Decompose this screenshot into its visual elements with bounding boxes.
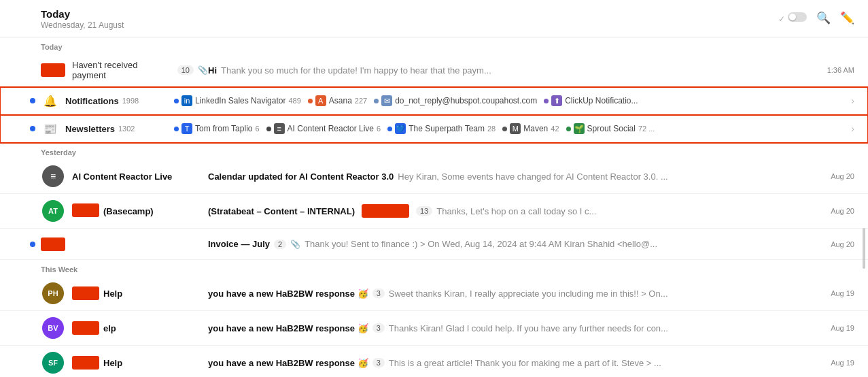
email-content: Invoice — July 2 📎 Thank you! Sent to fi… bbox=[208, 239, 807, 249]
header-actions: ✓ 🔍 ✏️ bbox=[778, 8, 854, 25]
email-row[interactable]: PH Help you have a new HaB2BW response 🥳… bbox=[0, 276, 868, 311]
email-row[interactable]: Haven't received payment 10 📎 Hi Thank y… bbox=[0, 54, 868, 87]
chip-maven: M Maven 42 bbox=[502, 123, 559, 134]
chip-count-aicontent: 6 bbox=[377, 125, 381, 133]
chip-dot-asana bbox=[308, 99, 313, 103]
chip-label-superpath: The Superpath Team bbox=[409, 124, 485, 133]
count-badge: 13 bbox=[416, 206, 432, 216]
redacted-block bbox=[72, 286, 99, 300]
avatar: SF bbox=[41, 352, 65, 374]
count-badge: 2 bbox=[274, 240, 286, 249]
redacted-block bbox=[72, 356, 99, 370]
email-row[interactable]: ≡ AI Content Reactor Live Calendar updat… bbox=[0, 159, 868, 194]
email-preview: Sweet thanks Kiran, I really appreciate … bbox=[389, 289, 668, 299]
avatar bbox=[41, 237, 65, 251]
chip-taplio: T Tom from Taplio 6 bbox=[174, 123, 260, 134]
email-preview: Thank you so much for the update! I'm ha… bbox=[221, 65, 491, 76]
sender: Help bbox=[72, 286, 208, 300]
email-subject: Hi bbox=[208, 65, 217, 76]
unread-indicator bbox=[30, 98, 35, 103]
page-subtitle: Wednesday, 21 August bbox=[41, 20, 124, 30]
scrollbar[interactable] bbox=[863, 228, 865, 269]
paperclip-icon: 📎 bbox=[198, 65, 208, 75]
chip-superpath: 💙 The Superpath Team 28 bbox=[387, 123, 496, 134]
email-subject: you have a new HaB2BW response 🥳 bbox=[208, 358, 368, 368]
count-badge: 3 bbox=[372, 323, 385, 333]
chip-count-linkedin: 489 bbox=[288, 97, 300, 105]
avatar-circle: BV bbox=[42, 317, 64, 339]
asana-icon: A bbox=[315, 95, 326, 106]
avatar: PH bbox=[41, 282, 65, 304]
avatar-circle: ≡ bbox=[42, 165, 64, 187]
email-time: Aug 20 bbox=[807, 207, 854, 215]
header-left: Today Wednesday, 21 August bbox=[41, 8, 124, 30]
app-container: Today Wednesday, 21 August ✓ 🔍 ✏️ Today … bbox=[0, 0, 868, 377]
maven-icon: M bbox=[510, 123, 521, 134]
chip-label-sprout: Sprout Social bbox=[587, 124, 636, 133]
section-yesterday: Yesterday bbox=[0, 143, 868, 159]
email-time: Aug 19 bbox=[807, 289, 854, 297]
email-time: Aug 20 bbox=[807, 172, 854, 180]
search-icon[interactable]: 🔍 bbox=[816, 11, 831, 25]
notifications-group-row[interactable]: 🔔 Notifications 1998 in LinkedIn Sales N… bbox=[0, 87, 868, 115]
sender: Help bbox=[72, 356, 208, 370]
chip-dot-aicontent bbox=[266, 127, 271, 131]
redacted-avatar bbox=[41, 237, 65, 251]
chip-label-taplio: Tom from Taplio bbox=[195, 124, 252, 133]
unread-indicator bbox=[30, 126, 35, 131]
newsletters-group-row[interactable]: 📰 Newsletters 1302 T Tom from Taplio 6 ≡… bbox=[0, 115, 868, 143]
sender-suffix: Help bbox=[103, 358, 122, 368]
sender: (Basecamp) bbox=[72, 203, 208, 219]
sender-suffix: Help bbox=[103, 289, 122, 299]
compose-icon[interactable]: ✏️ bbox=[840, 11, 854, 25]
superpath-icon: 💙 bbox=[395, 123, 406, 134]
email-row[interactable]: SF Help you have a new HaB2BW response 🥳… bbox=[0, 346, 868, 377]
email-content: Hi Thank you so much for the update! I'm… bbox=[208, 65, 807, 76]
chip-count-asana: 227 bbox=[355, 97, 367, 105]
chip-dot-hubspot bbox=[374, 99, 379, 103]
email-row[interactable]: BV elp you have a new HaB2BW response 🥳 … bbox=[0, 311, 868, 346]
sender-suffix: elp bbox=[103, 323, 116, 333]
chip-linkedin: in LinkedIn Sales Navigator 489 bbox=[174, 95, 301, 106]
chevron-right-icon: › bbox=[851, 95, 854, 106]
email-preview: Thanks Kiran! Glad I could help. If you … bbox=[389, 323, 668, 333]
redacted-block bbox=[362, 204, 409, 218]
email-row[interactable]: AT (Basecamp) (Stratabeat – Content – IN… bbox=[0, 194, 868, 229]
email-preview: Thanks, Let's hop on a call today so I c… bbox=[436, 206, 596, 216]
count-badge: 3 bbox=[372, 289, 385, 298]
avatar-circle: SF bbox=[42, 352, 64, 374]
hubspot-icon: ✉ bbox=[381, 95, 392, 106]
count-badge: 10 bbox=[177, 65, 194, 75]
email-time: Aug 20 bbox=[807, 240, 854, 248]
email-list: Today Haven't received payment 10 📎 Hi T… bbox=[0, 37, 868, 377]
toggle-icon[interactable]: ✓ bbox=[778, 12, 807, 24]
sender: AI Content Reactor Live bbox=[72, 171, 208, 182]
avatar: ≡ bbox=[41, 165, 65, 187]
taplio-icon: T bbox=[181, 123, 192, 134]
chip-count-taplio: 6 bbox=[255, 125, 259, 133]
chip-count-superpath: 28 bbox=[487, 125, 496, 133]
avatar bbox=[41, 63, 65, 77]
chip-aicontent: ≡ AI Content Reactor Live 6 bbox=[266, 123, 381, 134]
chip-hubspot: ✉ do_not_reply@hubspot.coupahost.com bbox=[374, 95, 537, 106]
chip-count-sprout: 72 ... bbox=[638, 125, 655, 133]
chip-label-aicontent: AI Content Reactor Live bbox=[288, 124, 374, 133]
chip-label-hubspot: do_not_reply@hubspot.coupahost.com bbox=[395, 96, 537, 105]
aicontent-icon: ≡ bbox=[274, 123, 285, 134]
email-row[interactable]: Invoice — July 2 📎 Thank you! Sent to fi… bbox=[0, 229, 868, 260]
chip-dot-linkedin bbox=[174, 99, 179, 103]
sender-name: AI Content Reactor Live bbox=[72, 171, 172, 182]
email-subject: you have a new HaB2BW response 🥳 bbox=[208, 289, 368, 299]
redacted-block bbox=[72, 321, 99, 335]
sender: Haven't received payment 10 📎 bbox=[72, 60, 208, 80]
email-subject: Calendar updated for AI Content Reactor … bbox=[208, 171, 394, 182]
unread-indicator bbox=[30, 242, 35, 247]
group-name-notifications: Notifications 1998 bbox=[65, 96, 174, 106]
redacted-block bbox=[72, 203, 99, 217]
chip-label-clickup: ClickUp Notificatio... bbox=[565, 96, 638, 105]
redacted-sender bbox=[72, 203, 99, 219]
chip-dot-taplio bbox=[174, 127, 179, 131]
email-preview: Thank you! Sent to finance :) > On Wed, … bbox=[305, 239, 657, 249]
chip-dot-sprout bbox=[566, 127, 571, 131]
chip-dot-superpath bbox=[387, 127, 392, 131]
